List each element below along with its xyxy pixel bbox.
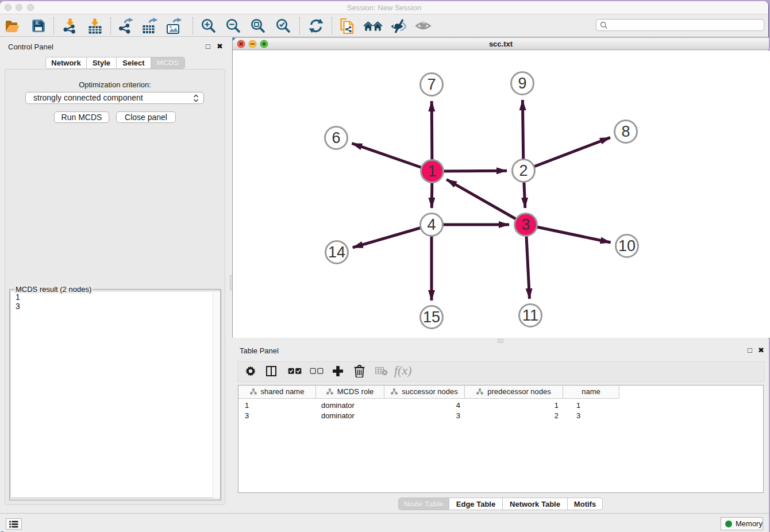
svg-text:2: 2: [519, 162, 528, 179]
svg-text:6: 6: [332, 129, 340, 147]
svg-text:4: 4: [427, 216, 436, 233]
svg-text:7: 7: [427, 76, 436, 93]
svg-text:9: 9: [518, 75, 526, 92]
svg-text:1: 1: [428, 163, 436, 180]
svg-text:11: 11: [522, 307, 538, 324]
svg-text:10: 10: [618, 237, 636, 255]
svg-text:8: 8: [621, 123, 630, 140]
svg-text:3: 3: [521, 216, 530, 233]
svg-text:15: 15: [423, 309, 440, 326]
svg-text:14: 14: [328, 244, 345, 261]
